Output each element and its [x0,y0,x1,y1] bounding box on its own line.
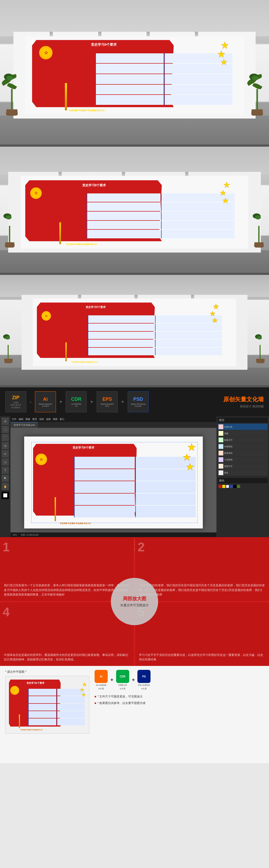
ps-layer-3[interactable]: 内容框组 [218,443,268,450]
ps-tool-eraser[interactable]: ◻ [2,458,9,466]
svg-marker-2 [221,59,227,65]
ps-menu-select[interactable]: 选择 [39,417,44,421]
file-preview: * 源文件平面图 * ☆ 党史学习9个要求 [5,670,89,759]
note-2: * 效果图仅供参考，以矢量平面图为准 [95,701,264,706]
cdr-icon: CDR [71,397,81,402]
swatch-gold[interactable] [222,485,225,488]
ps-active-tab[interactable]: 党史学习文化墙.psd [10,422,38,428]
ai-icon: Ai [43,397,48,402]
ps-layer-7-thumb [218,470,223,475]
sbox-6 [155,332,222,339]
ps-tool-brush[interactable]: ✏ [2,450,9,458]
mbox-5 [87,212,161,220]
slogan-medium: 学史明理 学史增信 学史崇德 学史力行 [66,243,97,246]
sbox-5 [88,332,155,339]
svg-marker-12 [82,682,87,686]
ps-color-foreground[interactable] [2,492,9,499]
culture-display-small: ☆ 党史学习9个要求 [33,299,236,366]
preview-pole [19,715,20,728]
canvas-emblem: ☆ [35,453,47,466]
ps-layer-1-thumb [218,431,223,436]
ai-label: Adobe Illustrator [39,403,52,405]
mbox-10 [161,230,235,238]
detail-text-5: 学习习近平关于党的历史的重要论述，以发挥充分学习利用好历史这一重要资源，以史为鉴… [139,653,265,662]
birds-large: 🕊 🕊 🕊 [69,67,78,70]
ps-menu-image[interactable]: 图像 [26,417,30,421]
ps-layer-6[interactable]: 底部文字 [218,463,268,469]
ps-layer-4[interactable]: 星星装饰 [218,450,268,456]
ps-doc-info: 文档: 12.5M/45.8M [21,533,38,536]
detail-number-2: 2 [138,540,145,554]
ps-tool-text[interactable]: T [2,466,9,474]
ps-menu-filter[interactable]: 滤镜 [46,417,51,421]
plant-left-small [3,334,14,363]
stars-medium [210,180,235,211]
eps-label: Adobe Illustrator [101,403,114,405]
cvbox-8 [135,494,196,505]
detail-number-1: 1 [3,540,10,554]
ps-tool-crop[interactable]: ⊡ [2,442,9,450]
stars-small [202,303,222,330]
cdr-version: X3 [75,405,77,407]
section-detail: 兄弟子 1 我们党已经发展为一个正在执政的党，基本人种们我实现政策政策政策政策政… [0,537,269,666]
ps-menu-edit[interactable]: 编辑 [19,417,23,421]
content-box-3 [95,64,164,73]
badge-title: 局部放大图 [123,595,146,602]
swatch-red[interactable] [218,485,222,488]
divider-2 [0,273,269,275]
ps-canvas: ☆ 党史学习9个要求 [24,436,203,528]
ps-layer-7-name: 背景 [224,471,228,474]
ps-menu-layer[interactable]: 图层 [32,417,37,421]
svg-marker-3 [224,182,230,188]
svg-marker-1 [218,51,225,58]
section-file-info: * 源文件平面图 * ☆ 党史学习9个要求 [0,666,269,763]
pvbox-10 [57,718,85,725]
ps-layer-2[interactable]: 标题文字 [218,437,268,443]
cvbox-1 [74,457,135,469]
ps-tool-select[interactable]: ⬚ [2,426,9,433]
svg-marker-4 [220,190,226,195]
ps-layer-5[interactable]: 小鸟装饰 [218,457,268,463]
cvbox-5 [74,481,135,493]
plant-right-large [248,73,266,116]
ps-tool-move[interactable]: ✛ [2,417,9,425]
ps-tab-bar: 党史学习文化墙.psd [10,422,216,428]
preview-content: ☆ 党史学习9个要求 [5,676,89,734]
psd-version: CC2015 [135,405,142,407]
software-ps-group: PS PS cc2015 ai矢量 [137,670,150,690]
svg-marker-8 [212,318,217,323]
room-ceiling [0,0,269,36]
content-box-5 [95,74,164,84]
preview-emblem: ☆ [10,685,20,695]
canvas-title: 党史学习9个要求 [72,446,94,450]
swatch-white[interactable] [226,485,229,488]
plus-1: + [110,677,113,683]
swatch-black[interactable] [233,485,236,488]
ps-tool-hand[interactable]: ✋ [2,483,9,490]
party-emblem: ☆ [39,45,53,60]
preview-title: 党史学习9个要求 [27,681,44,685]
software-ps-icon: PS [137,670,150,683]
ps-tool-lasso[interactable]: ⌒ [2,434,9,441]
content-box-8 [164,85,233,95]
ps-tool-zoom[interactable]: 🔍 [2,474,9,482]
ps-layer-7[interactable]: 背景 [218,470,268,476]
pvbox-8 [57,711,85,718]
swatch-blue[interactable] [230,485,233,488]
cvbox-9 [74,506,135,518]
swatch-green[interactable] [237,485,240,488]
ps-menu-window[interactable]: 窗口 [60,417,64,421]
wall-board-small: ☆ 党史学习9个要求 [33,299,236,366]
ps-layer-0[interactable]: 红旗主体 [218,424,268,430]
ps-layer-1[interactable]: 党徽 [218,430,268,436]
content-box-9 [95,95,164,105]
separator-2: + [59,399,63,405]
file-notes: * 文件尺寸可随意更改，可无限放大 * 效果图仅供参考，以矢量平面图为准 [95,694,264,707]
sbox-9 [88,348,155,355]
gold-pole-medium [59,222,61,244]
ps-menu-file[interactable]: 文件 [12,417,16,421]
preview-slogan: 学史明理 学史增信 学史崇德 学史力行 [21,729,42,731]
pvbox-5 [28,704,56,711]
svg-marker-6 [213,304,218,309]
ps-menu-view[interactable]: 视图 [53,417,58,421]
